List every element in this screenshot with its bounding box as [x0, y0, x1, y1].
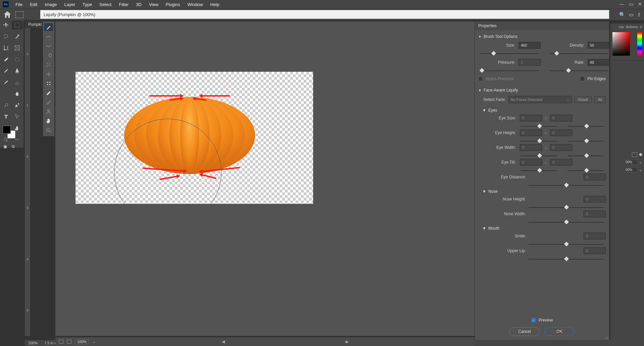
eyes-header[interactable]: ▼Eyes: [478, 107, 606, 114]
smile-slider[interactable]: [529, 242, 604, 247]
select-face-dropdown[interactable]: No Faces Detected⌄: [508, 96, 572, 103]
wand-tool[interactable]: [12, 32, 22, 41]
eye-distance-slider[interactable]: [529, 183, 604, 188]
eye-width-right-slider[interactable]: [567, 154, 604, 158]
zoom-select[interactable]: 100%: [75, 339, 89, 344]
crop-tool[interactable]: [1, 44, 11, 52]
foreground-color-swatch[interactable]: [3, 126, 11, 134]
ok-button[interactable]: OK ➤: [544, 327, 575, 336]
pucker-tool[interactable]: [44, 60, 54, 69]
options-marquee-icon[interactable]: [15, 11, 23, 18]
twirl-tool[interactable]: [44, 51, 54, 60]
frame-tool[interactable]: [12, 44, 22, 52]
menu-plugins[interactable]: Plugins: [162, 1, 184, 8]
freeze-mask-tool[interactable]: [44, 89, 54, 97]
brush-tool[interactable]: [1, 67, 11, 75]
eye-size-right-slider[interactable]: [567, 124, 604, 129]
eye-width-left-slider[interactable]: [521, 154, 557, 158]
close-icon[interactable]: ✕: [638, 1, 642, 7]
type-tool[interactable]: [1, 112, 11, 121]
menu-3d[interactable]: 3D: [133, 1, 145, 8]
pen-tool[interactable]: [12, 101, 22, 110]
eye-tilt-right-slider[interactable]: [567, 168, 604, 173]
eye-height-right-slider[interactable]: [567, 139, 604, 143]
menu-help[interactable]: Help: [207, 1, 223, 8]
nose-width-slider[interactable]: [529, 220, 604, 225]
rate-input[interactable]: [588, 59, 609, 66]
search-icon[interactable]: 🔍: [619, 12, 626, 18]
chevron-down-icon[interactable]: ⌄: [639, 160, 642, 164]
size-slider[interactable]: [480, 51, 539, 56]
zoom-dropdown-icon[interactable]: ⌄: [92, 339, 96, 344]
link-icon[interactable]: ⟀: [543, 160, 549, 165]
mouth-header[interactable]: ▼Mouth: [478, 225, 606, 232]
face-aware-header[interactable]: ▼Face-Aware Liquify: [478, 86, 606, 95]
menu-type[interactable]: Type: [79, 1, 95, 8]
history-brush-tool[interactable]: [1, 78, 11, 87]
lasso-tool[interactable]: [1, 32, 11, 41]
dodge-tool[interactable]: [1, 101, 11, 110]
opacity-input-2[interactable]: [624, 167, 638, 172]
upper-lip-slider[interactable]: [529, 257, 604, 262]
screenmode-icon[interactable]: ⧉: [12, 144, 15, 149]
layers-thumb-icon[interactable]: [632, 152, 637, 157]
minimize-icon[interactable]: —: [620, 1, 624, 7]
resize-handle-icon[interactable]: [604, 335, 609, 340]
pin-edges-checkbox[interactable]: [580, 76, 585, 81]
density-input[interactable]: [588, 42, 609, 49]
eraser-tool[interactable]: [12, 78, 22, 87]
opacity-input-1[interactable]: [624, 160, 638, 165]
smooth-tool[interactable]: [44, 42, 54, 50]
color-picker[interactable]: [610, 30, 644, 60]
nose-header[interactable]: ▼Nose: [478, 188, 606, 195]
menu-filter[interactable]: Filter: [115, 1, 132, 8]
tab-actions[interactable]: Actions: [626, 25, 638, 29]
blur-tool[interactable]: [12, 90, 22, 98]
lq-hand-tool[interactable]: [44, 117, 54, 125]
forward-warp-tool[interactable]: [44, 23, 54, 32]
scroll-left-icon[interactable]: ◀: [222, 339, 225, 344]
stamp-tool[interactable]: [12, 67, 22, 75]
lq-zoom-tool[interactable]: [44, 126, 54, 135]
menu-layer[interactable]: Layer: [61, 1, 79, 8]
eye-size-left-slider[interactable]: [521, 124, 557, 129]
preview-checkbox[interactable]: ✓: [531, 318, 536, 323]
fit-fill-icon[interactable]: [67, 340, 71, 344]
document-tab[interactable]: Pumpki: [25, 21, 45, 28]
eye-height-left-slider[interactable]: [521, 139, 557, 143]
liquify-canvas[interactable]: [55, 21, 475, 336]
cancel-button[interactable]: Cancel: [509, 327, 540, 336]
reconstruct-tool[interactable]: [44, 32, 54, 41]
heal-tool[interactable]: [12, 55, 22, 64]
path-select-tool[interactable]: [12, 112, 22, 121]
stylus-pressure-checkbox[interactable]: [478, 76, 483, 81]
link-icon[interactable]: ⟀: [543, 145, 549, 150]
thaw-mask-tool[interactable]: [44, 98, 54, 107]
all-button[interactable]: All: [594, 96, 606, 103]
menu-window[interactable]: Window: [184, 1, 206, 8]
chevron-down-icon[interactable]: ⌄: [639, 168, 642, 172]
nose-height-slider[interactable]: [529, 205, 604, 210]
menu-view[interactable]: View: [146, 1, 162, 8]
size-input[interactable]: [518, 42, 541, 49]
push-left-tool[interactable]: [44, 79, 54, 88]
home-icon[interactable]: [3, 10, 12, 19]
move-tool[interactable]: [1, 21, 11, 30]
marquee-tool[interactable]: [12, 21, 22, 30]
link-icon[interactable]: ⟀: [543, 116, 549, 120]
eyedropper-tool[interactable]: [1, 55, 11, 64]
panel-menu-icon[interactable]: ≡: [640, 25, 642, 29]
link-icon[interactable]: ⟀: [543, 130, 549, 135]
pressure-slider[interactable]: [480, 68, 539, 73]
density-slider[interactable]: [549, 51, 608, 56]
share-icon[interactable]: ⇪: [637, 12, 641, 18]
maximize-icon[interactable]: ▭: [629, 1, 633, 7]
gradient-tool[interactable]: [1, 90, 11, 98]
rate-slider[interactable]: [549, 68, 608, 73]
menu-select[interactable]: Select: [96, 1, 115, 8]
tab-ms[interactable]: ms: [619, 25, 624, 29]
workspace-icon[interactable]: ▭: [629, 12, 634, 18]
fit-window-icon[interactable]: [59, 340, 63, 344]
hue-strip[interactable]: [637, 32, 642, 56]
eye-tilt-left-slider[interactable]: [521, 168, 557, 173]
